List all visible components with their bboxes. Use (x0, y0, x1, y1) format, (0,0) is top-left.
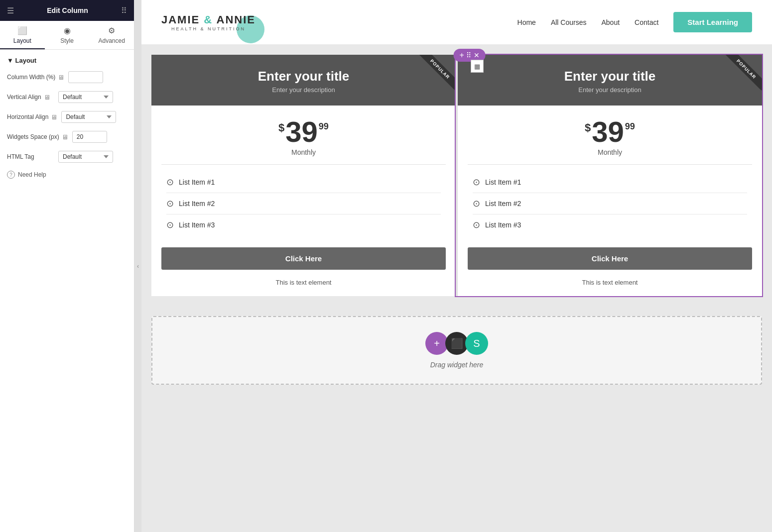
logo-container: JAMIE & ANNIE HEALTH & NUTRITION (161, 13, 256, 31)
plugin-icon[interactable]: S (465, 332, 488, 355)
card-1-item-1: List Item #1 (179, 178, 215, 186)
card-1-desc: Enter your description (161, 86, 446, 94)
html-tag-label: HTML Tag (7, 153, 54, 160)
widgets-space-input[interactable] (72, 131, 107, 143)
card-2-desc: Enter your description (468, 86, 752, 94)
card-1-item-3: List Item #3 (179, 221, 215, 229)
pricing-card-1: POPULAR Enter your title Enter your desc… (151, 55, 456, 296)
card-2-dollar: $ (585, 121, 591, 134)
logo-text-main: JAMIE & ANNIE (161, 13, 256, 26)
column-width-row: Column Width (%) 🖥 (7, 71, 127, 83)
check-icon-2: ⊙ (166, 198, 174, 209)
widgets-space-row: Widgets Space (px) 🖥 (7, 131, 127, 143)
card-1-amount: 39 (285, 117, 318, 146)
style-tab-label: Style (60, 37, 74, 44)
nav-contact[interactable]: Contact (635, 18, 658, 26)
empty-section-inner[interactable]: + ⬛ S Drag widget here (151, 316, 762, 385)
pricing-card-2: POPULAR Enter your title Enter your desc… (456, 55, 762, 296)
cta-button[interactable]: Start Learning (673, 12, 752, 32)
column-width-input[interactable] (68, 71, 103, 83)
toolbar-close-button[interactable]: ✕ (474, 52, 480, 59)
panel-content: ▼ Layout Column Width (%) 🖥 Vertical Ali… (0, 50, 134, 532)
nav-courses[interactable]: All Courses (551, 18, 587, 26)
layout-tab-label: Layout (13, 37, 31, 44)
vertical-align-row: Vertical Align 🖥 Default (7, 91, 127, 103)
need-help-section[interactable]: ? Need Help (7, 171, 127, 179)
collapse-handle[interactable]: ‹ (134, 0, 141, 532)
card-2-item-1: List Item #1 (485, 178, 521, 186)
card-1-popular-badge: POPULAR (419, 55, 456, 91)
tab-style[interactable]: ◉ Style (45, 21, 90, 49)
style-tab-icon: ◉ (64, 26, 71, 35)
tab-layout[interactable]: ⬜ Layout (0, 21, 45, 49)
navbar-logo: JAMIE & ANNIE HEALTH & NUTRITION (161, 13, 256, 31)
pricing-section: + ⠿ ✕ ▦ POPULAR Enter your title Enter y… (141, 45, 772, 306)
card-2-ribbon: POPULAR (718, 55, 762, 99)
card-2-title: Enter your title (468, 69, 752, 84)
list-item: ⊙ List Item #2 (166, 193, 441, 214)
list-item: ⊙ List Item #1 (166, 172, 441, 193)
need-help-label: Need Help (18, 171, 46, 178)
horizontal-align-select[interactable]: Default (61, 111, 116, 123)
card-2-header: POPULAR Enter your title Enter your desc… (458, 55, 762, 106)
card-1-title: Enter your title (161, 69, 446, 84)
empty-icons-row: + ⬛ S (425, 332, 488, 355)
toolbar-add-button[interactable]: + (460, 51, 464, 59)
card-2-amount: 39 (592, 117, 624, 146)
collapse-icon: ‹ (137, 263, 139, 270)
empty-section: + ⬛ S Drag widget here (141, 306, 772, 395)
grid-icon[interactable]: ⠿ (121, 6, 127, 15)
card-2-price-area: $ 39 99 Monthly (458, 106, 762, 164)
horizontal-align-row: Horizontal Align 🖥 Default (7, 111, 127, 123)
check-icon-5: ⊙ (473, 198, 480, 209)
check-icon-3: ⊙ (166, 219, 174, 230)
desktop-icon-2: 🖥 (44, 94, 50, 101)
card-1-button[interactable]: Click Here (161, 247, 446, 270)
vertical-align-label: Vertical Align 🖥 (7, 94, 54, 101)
card-1-header: POPULAR Enter your title Enter your desc… (151, 55, 456, 106)
html-tag-select[interactable]: Default (58, 151, 113, 163)
card-1-dollar: $ (278, 121, 284, 134)
card-1-list: ⊙ List Item #1 ⊙ List Item #2 ⊙ List Ite… (151, 165, 456, 242)
horizontal-align-label: Horizontal Align 🖥 (7, 113, 57, 121)
panel-title: Edit Column (47, 6, 88, 14)
vertical-align-select[interactable]: Default (58, 91, 113, 103)
list-item: ⊙ List Item #1 (473, 172, 747, 193)
card-1-item-2: List Item #2 (179, 200, 215, 208)
nav-home[interactable]: Home (517, 18, 536, 26)
card-1-cents: 99 (319, 121, 329, 132)
card-2-cents: 99 (625, 121, 635, 132)
card-2-price-row: $ 39 99 (468, 117, 752, 146)
hamburger-icon[interactable]: ☰ (7, 6, 14, 15)
tab-advanced[interactable]: ⚙ Advanced (89, 21, 134, 49)
desktop-icon: 🖥 (58, 74, 64, 81)
column-indicator[interactable]: ▦ (471, 60, 484, 73)
navbar: JAMIE & ANNIE HEALTH & NUTRITION Home Al… (141, 0, 772, 45)
list-item: ⊙ List Item #3 (166, 214, 441, 235)
desktop-icon-4: 🖥 (62, 133, 68, 141)
card-2-period: Monthly (468, 148, 752, 156)
card-2-popular-badge: POPULAR (725, 55, 762, 91)
navbar-nav: Home All Courses About Contact Start Lea… (517, 12, 752, 32)
main-area: JAMIE & ANNIE HEALTH & NUTRITION Home Al… (141, 0, 772, 532)
desktop-icon-3: 🖥 (51, 113, 57, 121)
card-2-list: ⊙ List Item #1 ⊙ List Item #2 ⊙ List Ite… (458, 165, 762, 242)
card-2-button[interactable]: Click Here (468, 247, 752, 270)
check-icon-6: ⊙ (473, 219, 480, 230)
column-width-label: Column Width (%) 🖥 (7, 74, 64, 81)
layout-section-header: ▼ Layout (7, 57, 127, 64)
list-item: ⊙ List Item #2 (473, 193, 747, 214)
toolbar-move-button[interactable]: ⠿ (466, 52, 472, 59)
html-tag-row: HTML Tag Default (7, 151, 127, 163)
check-icon-4: ⊙ (473, 177, 480, 188)
card-1-footer: This is text element (151, 275, 456, 296)
nav-about[interactable]: About (601, 18, 620, 26)
card-1-price-row: $ 39 99 (161, 117, 446, 146)
help-icon: ? (7, 171, 15, 179)
logo-text-sub: HEALTH & NUTRITION (161, 26, 256, 31)
drag-widget-label: Drag widget here (430, 361, 484, 369)
advanced-tab-label: Advanced (98, 37, 125, 44)
advanced-tab-icon: ⚙ (108, 26, 115, 35)
list-item: ⊙ List Item #3 (473, 214, 747, 235)
canvas-area: + ⠿ ✕ ▦ POPULAR Enter your title Enter y… (141, 45, 772, 532)
